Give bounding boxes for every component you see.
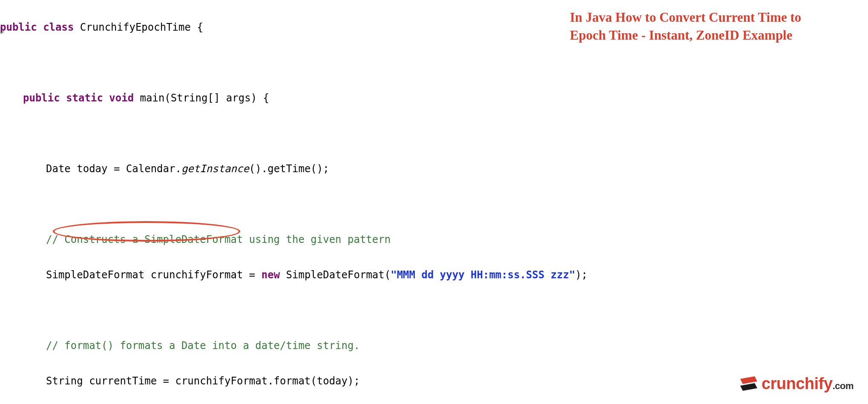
- title-line-1: In Java How to Convert Current Time to: [570, 9, 838, 26]
- logo-suffix: .com: [833, 381, 854, 391]
- code-text: String currentTime = crunchifyFormat.for…: [46, 375, 360, 387]
- string-literal: "MMM dd yyyy HH:mm:ss.SSS zzz": [391, 269, 575, 281]
- kw-class: class: [43, 21, 74, 33]
- call-getinstance: getInstance: [181, 163, 249, 175]
- crunchify-logo-icon: [738, 374, 758, 394]
- article-title: In Java How to Convert Current Time to E…: [570, 9, 838, 44]
- kw-static: static: [66, 92, 103, 104]
- title-line-2: Epoch Time - Instant, ZoneID Example: [570, 26, 838, 44]
- code-text: );: [575, 269, 588, 281]
- comment: // Constructs a SimpleDateFormat using t…: [46, 234, 391, 245]
- kw-public: public: [0, 21, 37, 33]
- logo-brand: crunchify: [762, 375, 833, 392]
- class-decl: CrunchifyEpochTime {: [74, 21, 203, 33]
- code-text: Date today = Calendar.: [46, 163, 181, 175]
- method-sig: main(String[] args) {: [134, 92, 269, 104]
- crunchify-logo-text: crunchify.com: [762, 370, 854, 398]
- comment: // format() formats a Date into a date/t…: [46, 340, 360, 352]
- crunchify-logo: crunchify.com: [738, 370, 854, 398]
- code-text: SimpleDateFormat crunchifyFormat =: [46, 269, 262, 281]
- kw-void: void: [109, 92, 134, 104]
- kw-public: public: [23, 92, 60, 104]
- code-text: SimpleDateFormat(: [280, 269, 391, 281]
- kw-new: new: [262, 269, 280, 281]
- code-snippet: public class CrunchifyEpochTime { public…: [0, 1, 868, 404]
- code-text: ().getTime();: [249, 163, 329, 175]
